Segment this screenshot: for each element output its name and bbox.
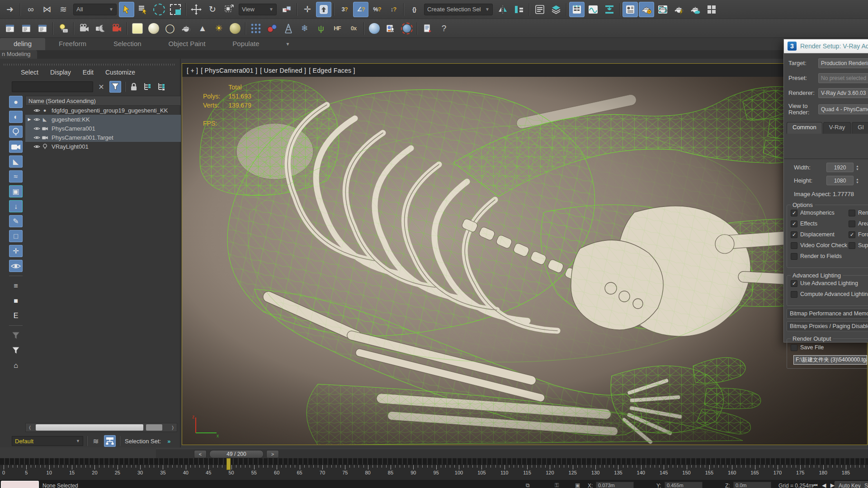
expand-arrow-icon[interactable]: ▶ xyxy=(26,117,33,122)
viewport-user-defined[interactable]: [ User Defined ] xyxy=(260,67,306,74)
dialog-title-bar[interactable]: 3 Render Setup: V-Ray Ad xyxy=(784,39,868,53)
area-checkbox[interactable] xyxy=(849,221,855,227)
list-column-header[interactable]: Name (Sorted Ascending) xyxy=(25,96,181,106)
viewport-menu-plus[interactable]: [ + ] xyxy=(187,67,198,74)
help-icon[interactable]: ? xyxy=(436,21,452,36)
viewport-layout-panel-3-icon[interactable] xyxy=(35,21,50,36)
select-and-move-icon[interactable] xyxy=(189,2,204,17)
schematic-icon[interactable] xyxy=(104,435,116,447)
y-coordinate-field[interactable]: 0.455m xyxy=(665,482,703,488)
spinner-snap-toggle-icon[interactable]: ↕? xyxy=(386,2,401,17)
ox-tool-icon[interactable]: 0x xyxy=(346,21,361,36)
ribbon-tab-populate[interactable]: Populate xyxy=(219,38,273,50)
edit-named-selection-sets-icon[interactable]: {} xyxy=(406,2,422,17)
select-and-rotate-icon[interactable]: ↻ xyxy=(205,2,220,17)
compute-advanced-lighting-checkbox[interactable] xyxy=(791,291,797,298)
explorer-menu-select[interactable]: Select xyxy=(21,69,38,76)
scene-object-row[interactable]: PhysCamera001.Target xyxy=(25,133,181,142)
unlink-selection-icon[interactable]: ⋈ xyxy=(39,2,55,17)
bind-to-space-warp-icon[interactable]: ≋ xyxy=(56,2,71,17)
viewport-shading-mode[interactable]: [ Edged Faces ] xyxy=(309,67,355,74)
search-input[interactable] xyxy=(12,81,93,92)
height-spinner[interactable]: ▲▼ xyxy=(854,176,860,185)
display-cameras-icon[interactable] xyxy=(9,141,23,153)
rend-checkbox[interactable] xyxy=(849,210,855,216)
explorer-menu-edit[interactable]: Edit xyxy=(83,69,94,76)
primitive-egg-icon[interactable] xyxy=(227,21,243,36)
current-frame-indicator[interactable]: 49 / 200 xyxy=(209,450,264,458)
select-and-link-icon[interactable]: ∞ xyxy=(23,2,38,17)
use-advanced-lighting-checkbox[interactable] xyxy=(791,280,797,287)
select-object-icon[interactable] xyxy=(119,2,134,17)
light-lister-icon[interactable] xyxy=(56,21,71,36)
keyboard-shortcut-override-icon[interactable] xyxy=(316,2,331,17)
rollout-bitmap-proxies[interactable]: Bitmap Proxies / Paging Disable xyxy=(787,321,868,331)
preset-dropdown[interactable]: No preset selected xyxy=(818,73,868,83)
explorer-menu-customize[interactable]: Customize xyxy=(105,69,135,76)
selection-region-circle-icon[interactable] xyxy=(151,2,167,17)
viewport-layout-panel-1-icon[interactable] xyxy=(2,21,18,36)
notes-document-icon[interactable] xyxy=(420,21,435,36)
effects-checkbox[interactable] xyxy=(791,221,797,227)
visibility-eye-icon[interactable] xyxy=(33,134,41,141)
filter-funnel-button[interactable] xyxy=(109,81,121,93)
time-slider-bar[interactable]: < 49 / 200 > xyxy=(156,449,868,459)
render-setup-icon[interactable] xyxy=(639,2,654,17)
render-iterative-icon[interactable] xyxy=(688,2,703,17)
render-setup-dialog[interactable]: 3 Render Setup: V-Ray Ad Target:Producti… xyxy=(783,39,868,343)
ribbon-subtab-modeling[interactable]: n Modeling xyxy=(0,50,37,59)
ribbon-tab-selection[interactable]: Selection xyxy=(100,38,155,50)
select-and-scale-icon[interactable] xyxy=(221,2,236,17)
visibility-eye-icon[interactable] xyxy=(33,143,41,150)
viewport-layout-panel-2-icon[interactable] xyxy=(19,21,34,36)
link-icon[interactable]: ⧉ xyxy=(526,482,530,488)
view-to-render-dropdown[interactable]: Quad 4 - PhysCame xyxy=(818,104,868,114)
absolute-mode-icon[interactable]: ▣ xyxy=(575,482,580,488)
material-editor-icon[interactable] xyxy=(623,2,638,17)
render-tab-common[interactable]: Common xyxy=(787,122,822,134)
viewport-camera-name[interactable]: [ PhysCamera001 ] xyxy=(201,67,257,74)
flat-view-mode-icon[interactable]: ■ xyxy=(9,295,23,307)
filter-icon[interactable] xyxy=(9,344,23,357)
scene-object-row[interactable]: VRayLight001 xyxy=(25,142,181,151)
dashed-sphere-tool-icon[interactable] xyxy=(399,21,415,36)
render-tab-v-ray[interactable]: V-Ray xyxy=(823,122,851,134)
save-file-checkbox[interactable] xyxy=(791,344,797,351)
display-frozen-icon[interactable] xyxy=(9,260,23,272)
maxscript-mini-listener[interactable] xyxy=(1,481,39,488)
scatter-tool-icon[interactable] xyxy=(248,21,264,36)
render-to-fields-checkbox[interactable] xyxy=(791,253,797,260)
primitive-oval-icon[interactable]: ◯ xyxy=(162,21,178,36)
visibility-eye-icon[interactable] xyxy=(33,107,41,114)
displacement-checkbox[interactable] xyxy=(791,231,797,238)
display-bones-icon[interactable]: ✎ xyxy=(9,215,23,227)
object-picker-icon[interactable] xyxy=(383,21,398,36)
rock-object-icon[interactable]: ❄ xyxy=(297,21,312,36)
scrollbar-thumb[interactable] xyxy=(36,424,143,431)
toggle-ribbon-icon[interactable] xyxy=(569,2,585,17)
schematic-view-icon[interactable] xyxy=(602,2,617,17)
list-view-mode-icon[interactable]: ≡ xyxy=(9,280,23,292)
scene-object-row[interactable]: PhysCamera001 xyxy=(25,124,181,133)
stereo-camera-icon[interactable] xyxy=(109,21,124,36)
ribbon-tab-freeform[interactable]: Freeform xyxy=(45,38,100,50)
display-groups-icon[interactable]: ▣ xyxy=(9,185,23,197)
display-containers-icon[interactable]: □ xyxy=(9,230,23,242)
display-xrefs-icon[interactable]: ↓ xyxy=(9,200,23,212)
output-path-field[interactable]: F:\新建文件夹 (3)\5400000.tga xyxy=(793,355,867,365)
layers-stack-icon[interactable]: ≋ xyxy=(90,435,102,447)
derrick-helper-icon[interactable] xyxy=(281,21,296,36)
selected-filter-button[interactable]: Selected xyxy=(860,481,868,488)
perspective-viewport[interactable]: [ + ][ PhysCamera001 ][ User Defined ][ … xyxy=(182,63,868,445)
primitive-sphere-icon[interactable] xyxy=(146,21,161,36)
molecule-tool-icon[interactable] xyxy=(264,21,280,36)
width-spinner[interactable]: ▲▼ xyxy=(854,163,860,172)
timeline-playhead[interactable] xyxy=(226,458,231,470)
visibility-eye-icon[interactable] xyxy=(33,125,41,132)
expand-tree-icon[interactable] xyxy=(142,81,154,93)
panel-grip[interactable] xyxy=(4,64,175,66)
snaps-toggle-3d-icon[interactable]: 3? xyxy=(337,2,352,17)
select-by-name-icon[interactable] xyxy=(135,2,151,17)
track-bar-cells[interactable] xyxy=(0,458,868,465)
video-color-check-checkbox[interactable] xyxy=(791,242,797,249)
